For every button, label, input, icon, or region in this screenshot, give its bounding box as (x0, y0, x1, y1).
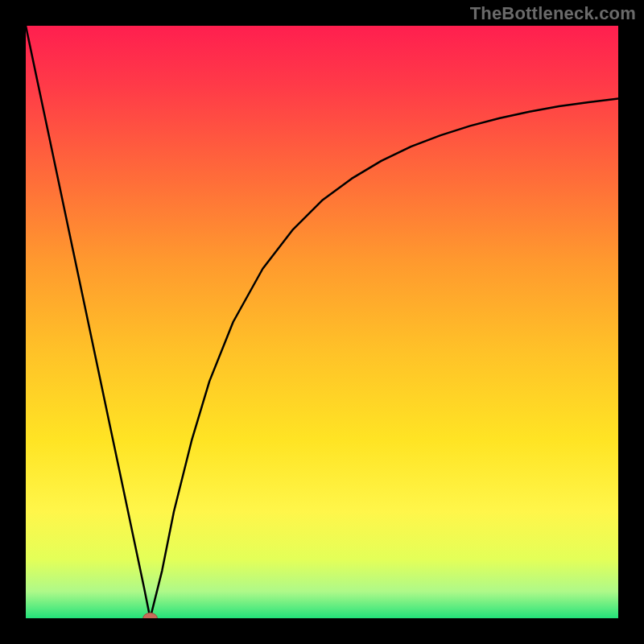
curve-right-branch (151, 99, 618, 618)
curve-layer (26, 26, 618, 618)
curve-left-branch (26, 26, 151, 618)
chart-stage: TheBottleneck.com (0, 0, 644, 644)
plot-area (26, 26, 618, 618)
watermark-label: TheBottleneck.com (470, 3, 636, 24)
minimum-marker (143, 613, 158, 618)
